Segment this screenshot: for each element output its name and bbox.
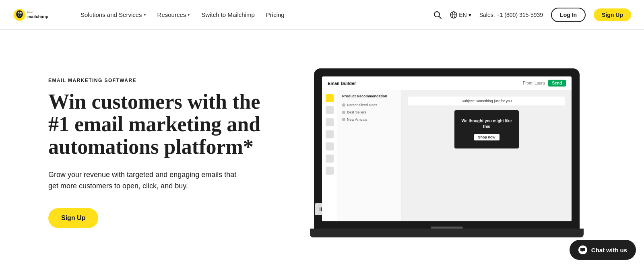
- hero-right: Email Builder From: Laura Send: [298, 68, 596, 237]
- menu-dot-icon: [342, 118, 345, 121]
- sidebar-icon-3: [326, 118, 334, 126]
- svg-point-4: [19, 12, 19, 14]
- email-builder-main: Product Recommendation Personalized Recs…: [337, 90, 572, 221]
- chevron-down-icon: ▾: [469, 12, 471, 18]
- email-builder-ui: Email Builder From: Laura Send: [322, 76, 572, 221]
- chat-bubble-icon: [578, 245, 587, 254]
- sidebar-icon-7: [326, 167, 334, 175]
- email-builder-send[interactable]: Send: [548, 80, 566, 87]
- hero-section: EMAIL MARKETING SOFTWARE Win customers w…: [0, 30, 644, 268]
- hero-title: Win customers with the #1 email marketin…: [48, 91, 274, 158]
- email-builder-from: From: Laura: [523, 81, 545, 85]
- email-builder-title: Email Builder: [328, 81, 356, 86]
- navbar: intuit mailchimp Solutions and Services …: [0, 0, 644, 30]
- menu-dot-icon: [342, 103, 345, 107]
- search-button[interactable]: [433, 10, 442, 19]
- nav-pricing[interactable]: Pricing: [261, 8, 289, 21]
- sidebar-icon-4: [326, 130, 334, 138]
- logo[interactable]: intuit mailchimp: [13, 6, 61, 24]
- login-button[interactable]: Log In: [551, 8, 586, 22]
- nav-right: EN ▾ Sales: +1 (800) 315-5939 Log In Sig…: [433, 8, 631, 22]
- nav-switch[interactable]: Switch to Mailchimp: [196, 8, 260, 21]
- menu-dot-icon: [342, 111, 345, 114]
- email-builder-header: Email Builder From: Laura Send: [322, 76, 572, 90]
- pause-button[interactable]: ⏸: [315, 203, 327, 215]
- email-builder-sidebar: [322, 90, 337, 221]
- svg-text:mailchimp: mailchimp: [27, 14, 48, 19]
- hero-subtitle: Grow your revenue with targeted and enga…: [48, 169, 242, 192]
- nav-links: Solutions and Services ▾ Resources ▾ Swi…: [76, 8, 433, 21]
- email-builder-body: Product Recommendation Personalized Recs…: [322, 90, 572, 221]
- language-selector[interactable]: EN ▾: [450, 11, 471, 19]
- laptop-screen-body: Email Builder From: Laura Send: [314, 68, 580, 229]
- svg-line-9: [439, 16, 442, 19]
- panel-item-personalized: Personalized Recs: [342, 101, 396, 109]
- sidebar-icon-2: [326, 106, 334, 114]
- email-subject-bar: Subject: Something just for you: [408, 97, 565, 105]
- nav-solutions[interactable]: Solutions and Services ▾: [76, 8, 151, 21]
- sidebar-icon-6: [326, 155, 334, 163]
- chevron-down-icon: ▾: [188, 12, 190, 17]
- laptop-image: Email Builder From: Laura Send: [310, 68, 584, 237]
- sidebar-icon-1: [326, 94, 334, 102]
- hero-left: EMAIL MARKETING SOFTWARE Win customers w…: [48, 78, 274, 228]
- email-preview-title: We thought you might like this: [460, 118, 513, 130]
- panel-item-newarrivals: New Arrivals: [342, 116, 396, 123]
- sidebar-icon-5: [326, 142, 334, 150]
- sales-phone: Sales: +1 (800) 315-5939: [479, 12, 543, 18]
- laptop-base: [310, 229, 584, 237]
- signup-nav-button[interactable]: Sign Up: [594, 8, 631, 21]
- email-builder-canvas: Subject: Something just for you We thoug…: [402, 90, 572, 221]
- hero-eyebrow: EMAIL MARKETING SOFTWARE: [48, 78, 274, 83]
- panel-item-bestsellers: Best Sellers: [342, 109, 396, 116]
- email-builder-left-panel: Product Recommendation Personalized Recs…: [337, 90, 402, 221]
- email-preview-block: We thought you might like this Shop now: [454, 110, 519, 148]
- svg-point-5: [21, 12, 21, 14]
- signup-hero-button[interactable]: Sign Up: [48, 208, 98, 228]
- chat-widget-label: Chat with us: [591, 247, 627, 254]
- panel-section-title: Product Recommendation: [342, 94, 396, 98]
- nav-resources[interactable]: Resources ▾: [153, 8, 195, 21]
- svg-text:intuit: intuit: [27, 10, 33, 13]
- svg-point-1: [16, 10, 23, 18]
- chat-widget[interactable]: Chat with us: [570, 240, 636, 260]
- shop-now-button[interactable]: Shop now: [474, 134, 500, 140]
- chevron-down-icon: ▾: [144, 12, 146, 17]
